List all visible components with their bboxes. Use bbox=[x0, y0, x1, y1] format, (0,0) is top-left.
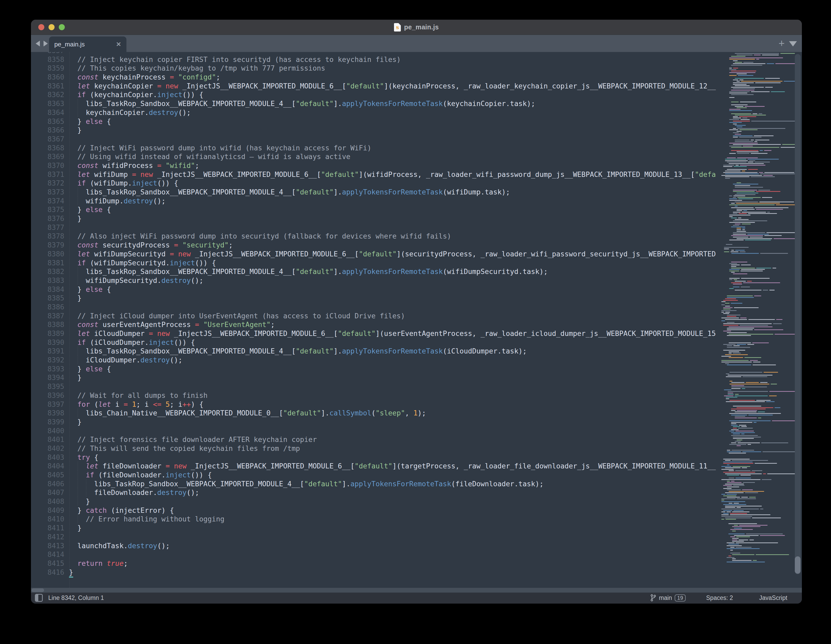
title-bar[interactable]: s pe_main.js bbox=[31, 20, 802, 35]
minimap-line bbox=[732, 541, 744, 542]
minimap-line bbox=[739, 137, 762, 137]
code-line: 8406 libs_TaskRop_Sandbox__WEBPACK_IMPOR… bbox=[31, 480, 721, 488]
horizontal-scrollbar-track[interactable] bbox=[31, 588, 802, 593]
minimap-line bbox=[761, 442, 788, 443]
minimap-line bbox=[725, 492, 743, 493]
minimap-line bbox=[723, 300, 738, 301]
minimap-line bbox=[755, 82, 781, 83]
minimap-line bbox=[725, 178, 730, 179]
minimap-line bbox=[727, 481, 730, 481]
minimap-line bbox=[733, 234, 746, 234]
code-text: libs_TaskRop_Sandbox__WEBPACK_IMPORTED_M… bbox=[69, 347, 527, 355]
minimap-line bbox=[760, 509, 763, 509]
next-tab-icon[interactable] bbox=[43, 41, 48, 46]
tab-bar: pe_main.js ✕ + bbox=[31, 35, 802, 52]
minimap-line bbox=[741, 269, 765, 270]
sidebar-toggle-icon[interactable] bbox=[35, 594, 43, 602]
minimap-line bbox=[735, 106, 743, 107]
minimap-line bbox=[740, 271, 763, 271]
indentation-status[interactable]: Spaces: 2 bbox=[706, 595, 733, 601]
minimap-line bbox=[729, 119, 739, 120]
cursor-position-status[interactable]: Line 8342, Column 1 bbox=[48, 595, 104, 601]
minimap-line bbox=[739, 80, 743, 80]
code-line: 8413 launchdTask.destroy(); bbox=[31, 541, 721, 550]
minimap-line bbox=[721, 500, 724, 501]
tab-label: pe_main.js bbox=[54, 41, 116, 48]
minimap-line bbox=[734, 525, 738, 526]
minimap-line bbox=[748, 159, 779, 159]
git-status[interactable]: main 19 bbox=[650, 594, 686, 602]
new-tab-button[interactable]: + bbox=[778, 38, 785, 49]
minimap-line bbox=[737, 445, 741, 446]
minimap-line bbox=[721, 512, 725, 512]
line-number: 8407 bbox=[31, 488, 64, 497]
code-line: 8380 let wifiDumpSecurityd = new _Inject… bbox=[31, 250, 721, 258]
line-number: 8367 bbox=[31, 135, 64, 143]
minimize-window-button[interactable] bbox=[49, 24, 54, 30]
code-text: if (fileDownloader.inject()) { bbox=[69, 470, 212, 480]
editor-area[interactable]: 83578358 // Inject keychain copier FIRST… bbox=[31, 52, 802, 593]
minimap-line bbox=[736, 547, 751, 548]
minimap-line bbox=[727, 482, 742, 483]
close-window-button[interactable] bbox=[38, 24, 45, 30]
minimap-line bbox=[748, 319, 775, 320]
minimap-line bbox=[743, 482, 755, 483]
code-line: 8415 return true; bbox=[31, 559, 721, 568]
minimap-line bbox=[725, 176, 750, 177]
minimap-line bbox=[723, 488, 732, 489]
minimap-line bbox=[751, 140, 754, 140]
minimap-line bbox=[764, 235, 782, 236]
zoom-window-button[interactable] bbox=[59, 24, 65, 30]
minimap-line bbox=[725, 467, 740, 468]
minimap-line bbox=[729, 279, 732, 280]
tab-pe-main-js[interactable]: pe_main.js ✕ bbox=[49, 37, 126, 52]
minimap-line bbox=[736, 203, 780, 204]
window-title-group: s pe_main.js bbox=[394, 23, 439, 32]
minimap[interactable] bbox=[721, 52, 795, 588]
minimap-line bbox=[727, 451, 741, 452]
code-text: launchdTask.destroy(); bbox=[69, 541, 170, 550]
minimap-line bbox=[727, 335, 751, 336]
line-number: 8414 bbox=[31, 550, 64, 559]
minimap-line bbox=[735, 219, 749, 220]
vertical-scrollbar-thumb[interactable] bbox=[795, 556, 801, 574]
minimap-line bbox=[728, 391, 768, 392]
minimap-line bbox=[751, 121, 795, 121]
line-number: 8403 bbox=[31, 453, 64, 462]
minimap-line bbox=[764, 372, 778, 373]
code-text: wifiDump.destroy(); bbox=[69, 196, 166, 206]
minimap-line bbox=[731, 425, 738, 426]
line-number: 8382 bbox=[31, 267, 64, 276]
code-text: // Inject keychain copier FIRST into sec… bbox=[69, 55, 401, 64]
tab-close-icon[interactable]: ✕ bbox=[116, 41, 121, 48]
minimap-line bbox=[760, 382, 767, 383]
code-viewport[interactable]: 83578358 // Inject keychain copier FIRST… bbox=[31, 52, 721, 588]
vertical-scrollbar-track[interactable] bbox=[795, 54, 801, 574]
code-text: libs_TaskRop_Sandbox__WEBPACK_IMPORTED_M… bbox=[69, 188, 510, 196]
line-number: 8373 bbox=[31, 188, 64, 196]
code-line: 8410 // Error handling without logging bbox=[31, 515, 721, 524]
minimap-line bbox=[727, 315, 740, 316]
minimap-line bbox=[735, 250, 745, 250]
minimap-line bbox=[726, 244, 732, 245]
minimap-line bbox=[735, 115, 766, 115]
minimap-line bbox=[749, 160, 755, 161]
minimap-line bbox=[723, 313, 729, 314]
minimap-line bbox=[729, 75, 737, 76]
code-line: 8409 } catch (injectError) { bbox=[31, 506, 721, 515]
minimap-line bbox=[727, 494, 737, 495]
minimap-line bbox=[742, 451, 761, 452]
line-number: 8371 bbox=[31, 170, 64, 179]
tab-overflow-dropdown-icon[interactable] bbox=[789, 41, 797, 46]
code-text: let fileDownloader = new _InjectJS__WEBP… bbox=[69, 462, 716, 470]
minimap-line bbox=[753, 560, 757, 561]
prev-tab-icon[interactable] bbox=[36, 41, 40, 46]
horizontal-scrollbar-thumb[interactable] bbox=[32, 588, 44, 592]
minimap-line bbox=[721, 317, 739, 318]
minimap-line bbox=[740, 102, 756, 102]
language-status[interactable]: JavaScript bbox=[759, 595, 787, 601]
code-line: 8364 keychainCopier.destroy(); bbox=[31, 108, 721, 117]
minimap-line bbox=[729, 122, 742, 123]
minimap-line bbox=[762, 479, 772, 480]
line-number: 8396 bbox=[31, 391, 64, 400]
